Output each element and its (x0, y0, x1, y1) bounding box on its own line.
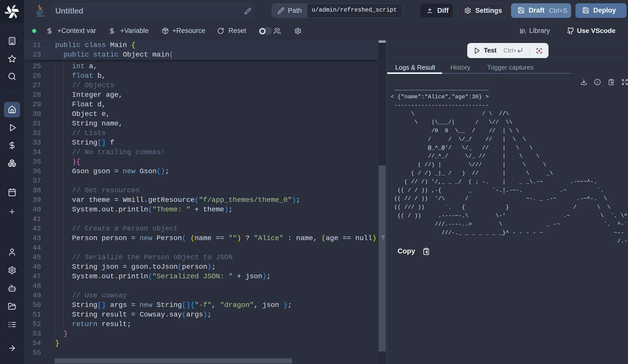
svg-text:Java: Java (37, 14, 44, 17)
